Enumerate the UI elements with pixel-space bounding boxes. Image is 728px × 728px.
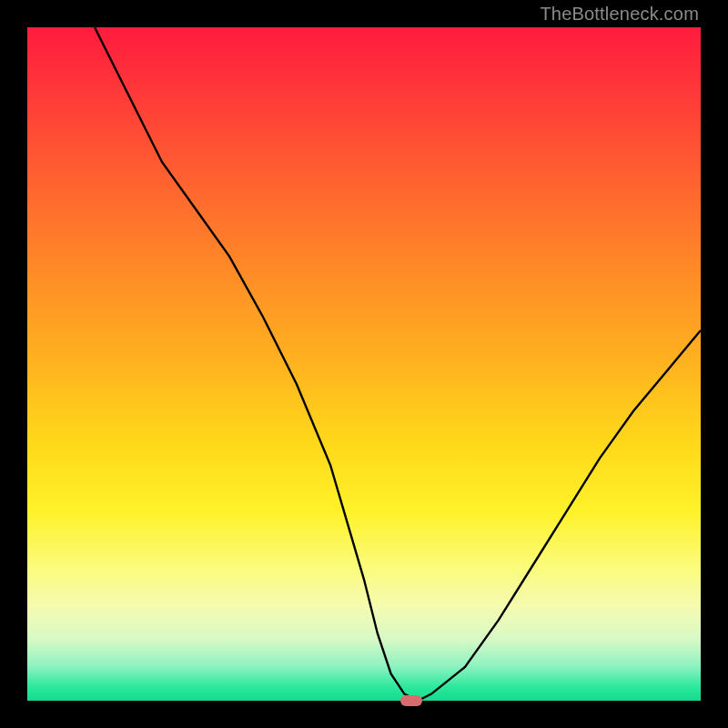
watermark-text: TheBottleneck.com xyxy=(540,4,699,25)
bottleneck-curve xyxy=(27,27,701,701)
min-marker xyxy=(400,695,422,706)
curve-path xyxy=(95,27,701,701)
plot-area xyxy=(27,27,701,701)
chart-container: TheBottleneck.com xyxy=(0,0,728,728)
